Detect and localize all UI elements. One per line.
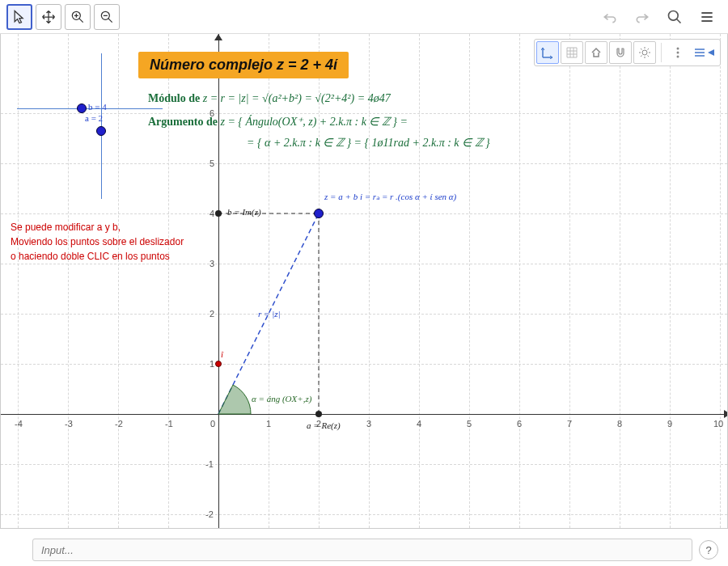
magnet-icon [614,46,627,59]
menu-button[interactable] [692,2,722,32]
svg-point-2 [669,11,679,20]
command-input[interactable] [32,539,692,561]
x-tick: 0 [210,419,215,429]
zoom-in-button[interactable] [65,4,91,30]
slider-b-label: b = 4 [88,102,107,112]
move-tool-button[interactable] [36,4,61,30]
graphics-canvas[interactable]: -4 -3 -2 -1 0 1 2 3 4 5 6 7 8 9 10 -2 -1… [0,34,728,529]
x-tick: 10 [713,419,723,429]
x-tick: 1 [266,419,271,429]
point-z[interactable] [314,209,324,218]
cursor-icon [11,9,28,25]
y-tick: -1 [205,459,214,469]
a-projection-label: a = Re(z) [307,420,341,430]
undo-button[interactable] [595,2,624,32]
redo-button[interactable] [628,2,657,32]
b-projection-label: b = Im(z) [227,207,261,217]
x-tick: 9 [667,419,672,429]
x-tick: -1 [165,419,173,429]
zoom-out-button[interactable] [94,4,120,30]
x-tick: -2 [115,419,123,429]
grid-toggle-button[interactable] [561,41,583,64]
x-tick: 6 [517,419,522,429]
x-axis [1,414,727,415]
slider-a-label: a = 2 [85,113,103,123]
y-tick: 3 [210,259,214,268]
view-panel [534,39,721,66]
argument-formula-2: = { α + 2.k.π : k ∈ ℤ } = { 1ø11rad + 2.… [247,136,490,150]
main-toolbar [0,0,728,34]
collapse-icon [693,46,716,59]
slider-b-handle[interactable] [77,103,87,113]
undo-icon [602,9,618,25]
axes-toggle-button[interactable] [536,41,559,64]
move-icon [40,9,57,25]
unit-i-label: î [221,349,223,359]
svg-point-9 [677,56,679,58]
r-label: r = |z| [258,309,281,319]
x-tick: -4 [15,419,23,429]
search-button[interactable] [660,2,689,32]
y-tick: 5 [210,158,214,168]
grid-icon [565,46,578,59]
settings-button[interactable] [633,41,656,64]
zoom-in-icon [70,9,86,25]
a-projection-point [315,411,322,417]
axes-icon [541,46,554,59]
input-help-button[interactable]: ? [699,540,718,560]
x-tick: 8 [617,419,622,429]
gear-icon [638,46,651,59]
title-box: Número complejo z = 2 + 4ί [138,52,349,78]
left-tool-group [6,4,120,30]
svg-point-8 [677,52,679,54]
unit-i-point [215,361,222,367]
cursor-tool-button[interactable] [6,4,32,30]
x-axis-arrow [724,410,728,418]
x-tick: 7 [567,419,572,429]
zoom-out-icon [99,9,115,25]
redo-icon [634,9,650,25]
angle-label: α = áng (OX+,z) [252,394,311,403]
y-axis-arrow [214,34,222,40]
y-tick: 1 [210,359,214,369]
dots-icon [673,46,683,59]
y-axis [218,34,219,528]
search-icon [667,9,683,25]
y-tick: 2 [210,309,214,319]
collapse-panel-button[interactable] [691,41,718,64]
home-icon [590,46,603,59]
hamburger-icon [699,9,715,25]
y-tick: -2 [205,509,214,519]
home-button[interactable] [585,41,607,64]
svg-point-7 [677,48,679,50]
y-tick: 4 [210,209,214,218]
instructions-text: Se puede modificar a y b, Moviendo los p… [11,220,184,264]
input-bar: ? [32,537,718,563]
z-formula-label: z = a + b i = rₐ = r .(cos α + ί sen α) [324,192,456,202]
snap-button[interactable] [609,41,632,64]
x-tick: 3 [366,419,371,429]
slider-a-handle[interactable] [96,126,106,136]
b-projection-point [215,210,222,217]
argument-formula-1: Argumento de z = { Ángulo(OX⁺, z) + 2.k.… [148,115,408,129]
more-button[interactable] [667,41,689,64]
modulo-formula: Módulo de z = r = |z| = √(a²+b²) = √(2²+… [148,92,391,105]
right-tool-group [595,2,722,32]
svg-point-6 [642,50,647,55]
x-tick: 5 [467,419,472,429]
x-tick: -3 [65,419,73,429]
x-tick: 4 [417,419,421,429]
